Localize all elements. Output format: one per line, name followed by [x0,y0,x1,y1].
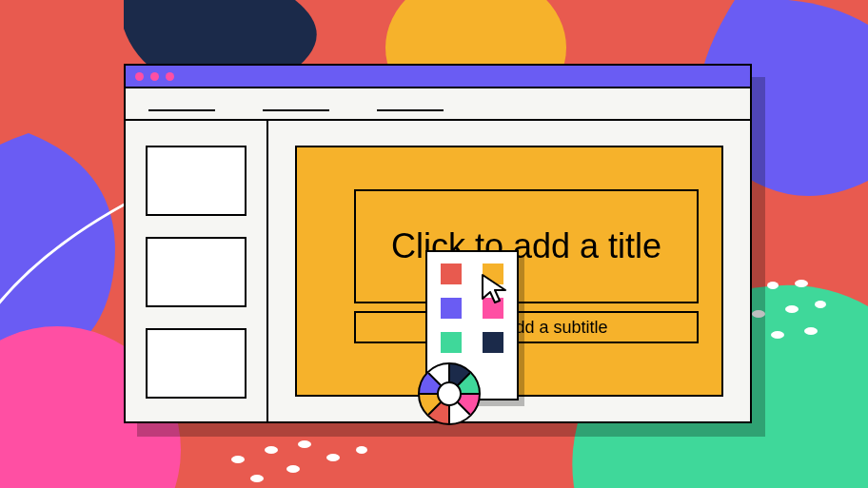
slide-thumbnail[interactable] [146,146,247,216]
window-control-dot[interactable] [135,72,144,81]
svg-point-13 [250,475,264,482]
slide-title-placeholder[interactable]: Click to add a title [354,189,699,303]
color-wheel-button[interactable] [418,362,481,425]
svg-point-7 [815,301,826,308]
decorative-dots-bottom [219,421,381,488]
slide-thumbnail[interactable] [146,328,247,399]
color-swatch-purple[interactable] [441,298,462,319]
svg-point-8 [771,331,784,339]
app-body: Click to add a title Click to add a subt… [126,121,750,421]
color-swatch-navy[interactable] [483,332,503,353]
svg-point-15 [326,454,340,461]
svg-point-3 [767,282,779,289]
slide-thumbnail[interactable] [146,237,247,307]
menu-item[interactable] [148,109,215,111]
svg-point-12 [298,440,311,448]
svg-point-14 [286,465,300,473]
svg-point-9 [804,327,818,335]
slide-canvas-area: Click to add a title Click to add a subt… [268,121,750,421]
svg-point-4 [795,280,808,287]
svg-point-11 [265,446,278,454]
svg-point-16 [356,446,367,454]
app-window: Click to add a title Click to add a subt… [124,64,752,423]
menu-item[interactable] [377,109,444,111]
svg-point-10 [231,456,245,463]
color-swatch-red[interactable] [441,264,462,284]
menu-item[interactable] [263,109,329,111]
window-control-dot[interactable] [150,72,159,81]
cursor-icon [480,272,514,306]
illustration-background: Click to add a title Click to add a subt… [0,0,868,488]
svg-point-5 [752,310,765,318]
svg-point-6 [785,305,799,313]
window-control-dot[interactable] [166,72,174,81]
slide-thumbnails-panel [126,121,268,421]
window-titlebar[interactable] [126,66,750,88]
slide-subtitle-placeholder[interactable]: Click to add a subtitle [354,311,699,343]
menu-bar [126,88,750,121]
color-swatch-green[interactable] [441,332,462,353]
